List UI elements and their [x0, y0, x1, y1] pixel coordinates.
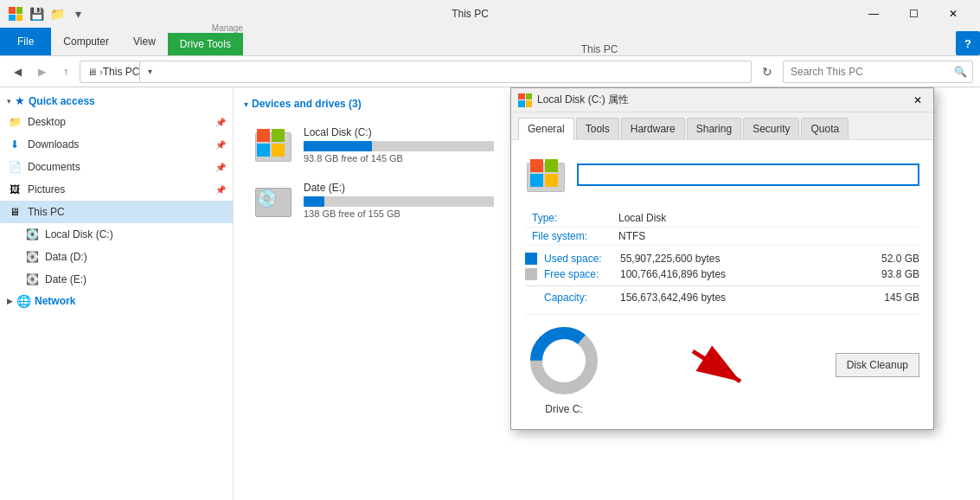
free-label: Free space:	[544, 268, 613, 280]
sidebar-item-downloads[interactable]: ⬇ Downloads 📌	[0, 133, 233, 156]
fs-label: File system:	[525, 228, 612, 246]
dialog-content: Type: Local Disk File system: NTFS Used …	[511, 140, 933, 429]
type-value: Local Disk	[612, 209, 919, 228]
section-chevron-icon[interactable]: ▾	[244, 99, 248, 109]
sidebar-item-local-disk[interactable]: 💽 Local Disk (C:)	[0, 223, 233, 246]
tab-security[interactable]: Security	[743, 118, 799, 139]
sidebar-section-quick-access[interactable]: ▾ ★ Quick access	[0, 91, 233, 111]
network-icon: 🌐	[16, 294, 31, 308]
dialog-title-text: Local Disk (C:) 属性	[537, 93, 904, 107]
drive-big-icon	[525, 154, 567, 196]
free-color-box	[525, 268, 537, 280]
pin-icon: 📌	[215, 163, 226, 172]
tab-sharing[interactable]: Sharing	[687, 118, 741, 139]
section-title: Devices and drives (3)	[252, 98, 362, 110]
dialog-close-button[interactable]: ✕	[909, 92, 926, 109]
used-size: 52.0 GB	[881, 253, 919, 265]
manage-label: Manage	[200, 23, 243, 33]
drive-icon: 💽	[24, 227, 40, 242]
network-chevron-icon: ▶	[7, 297, 13, 305]
download-icon: ⬇	[7, 137, 22, 152]
dialog-title-bar: Local Disk (C:) 属性 ✕	[511, 88, 933, 112]
forward-button[interactable]: ▶	[31, 61, 52, 82]
path-dropdown[interactable]: ▾	[139, 61, 160, 83]
arrow-area	[684, 343, 753, 394]
drive-c-icon	[252, 125, 295, 164]
tab-computer[interactable]: Computer	[51, 28, 121, 55]
content-area: ▾ Devices and drives (3) Local Disk (C:)	[234, 87, 980, 500]
quick-access-label: Quick access	[29, 95, 95, 107]
sidebar-item-desktop[interactable]: 📁 Desktop 📌	[0, 111, 233, 133]
used-space-row: Used space: 55,907,225,600 bytes 52.0 GB	[525, 253, 919, 265]
downloads-label: Downloads	[28, 138, 210, 151]
window-controls: — ☐ ✕	[854, 0, 973, 28]
data-d-label: Data (D:)	[45, 251, 226, 263]
pictures-label: Pictures	[28, 183, 210, 196]
sidebar-item-this-pc[interactable]: 🖥 This PC	[0, 201, 233, 223]
main-layout: ▾ ★ Quick access 📁 Desktop 📌 ⬇ Downloads…	[0, 87, 980, 500]
ribbon: File Computer View Manage Drive Tools Th…	[0, 28, 980, 56]
drive-e-bar	[304, 196, 324, 207]
sidebar: ▾ ★ Quick access 📁 Desktop 📌 ⬇ Downloads…	[0, 87, 234, 500]
info-row-fs: File system: NTFS	[525, 228, 919, 246]
used-bytes: 55,907,225,600 bytes	[620, 253, 874, 265]
sidebar-item-pictures[interactable]: 🖼 Pictures 📌	[0, 178, 233, 201]
tab-file[interactable]: File	[0, 28, 51, 55]
refresh-button[interactable]: ↻	[755, 61, 779, 83]
network-label: Network	[35, 295, 75, 307]
info-row-type: Type: Local Disk	[525, 209, 919, 228]
chevron-icon: ▾	[7, 97, 11, 106]
drive-header-row	[525, 154, 919, 196]
svg-point-2	[543, 340, 585, 381]
drive-c-bar-container	[304, 141, 494, 151]
search-box: 🔍	[783, 61, 973, 83]
fs-value: NTFS	[612, 228, 919, 246]
tab-drivetools[interactable]: Drive Tools	[168, 33, 243, 55]
minimize-button[interactable]: —	[854, 0, 894, 28]
free-bytes: 100,766,416,896 bytes	[620, 268, 874, 280]
back-button[interactable]: ◀	[7, 61, 28, 82]
tab-quota[interactable]: Quota	[801, 118, 849, 139]
info-table: Type: Local Disk File system: NTFS	[525, 209, 919, 246]
sidebar-item-date-e[interactable]: 💽 Date (E:)	[0, 268, 233, 291]
pictures-icon: 🖼	[7, 182, 22, 197]
help-button[interactable]: ?	[956, 31, 980, 55]
tab-hardware[interactable]: Hardware	[621, 118, 685, 139]
drive-e-icon: 💽	[24, 272, 40, 287]
arrow-icon	[684, 343, 753, 394]
title-bar-icons: 💾 📁 ▾	[7, 5, 86, 22]
maximize-button[interactable]: ☐	[894, 0, 933, 28]
used-color-box	[525, 253, 537, 265]
search-icon[interactable]: 🔍	[948, 61, 972, 83]
date-e-label: Date (E:)	[45, 273, 226, 285]
address-path[interactable]: 🖥 › This PC ▾	[80, 61, 752, 83]
up-button[interactable]: ↑	[55, 61, 76, 82]
sidebar-item-documents[interactable]: 📄 Documents 📌	[0, 156, 233, 178]
drive-name-input[interactable]	[577, 163, 919, 186]
address-bar: ◀ ▶ ↑ 🖥 › This PC ▾ ↻ 🔍	[0, 56, 980, 87]
sidebar-item-data-d[interactable]: 💽 Data (D:)	[0, 246, 233, 268]
drive-c-bar	[304, 141, 372, 151]
window-title: This PC	[86, 8, 854, 20]
close-button[interactable]: ✕	[933, 0, 973, 28]
capacity-row: Capacity: 156,673,642,496 bytes 145 GB	[525, 285, 919, 304]
path-separator: 🖥 ›	[87, 67, 103, 77]
save-icon: 💾	[28, 5, 45, 22]
desktop-label: Desktop	[28, 116, 210, 128]
sidebar-section-network[interactable]: ▶ 🌐 Network	[0, 291, 233, 311]
dialog-tabs: General Tools Hardware Sharing Security …	[511, 112, 933, 140]
capacity-label: Capacity:	[544, 292, 613, 304]
free-size: 93.8 GB	[881, 268, 919, 280]
dialog-drive-icon	[518, 93, 532, 107]
search-input[interactable]	[784, 66, 948, 78]
ribbon-title: This PC	[243, 43, 956, 55]
disk-cleanup-button[interactable]: Disk Cleanup	[836, 353, 919, 377]
capacity-bytes: 156,673,642,496 bytes	[620, 292, 877, 304]
drive-e-bar-container	[304, 196, 494, 207]
this-pc-icon: 🖥	[7, 204, 22, 220]
tab-general[interactable]: General	[518, 118, 574, 140]
app-icon	[7, 5, 24, 22]
chevron-down-icon[interactable]: ▾	[69, 5, 86, 22]
tab-tools[interactable]: Tools	[576, 118, 619, 139]
tab-view[interactable]: View	[121, 28, 168, 55]
